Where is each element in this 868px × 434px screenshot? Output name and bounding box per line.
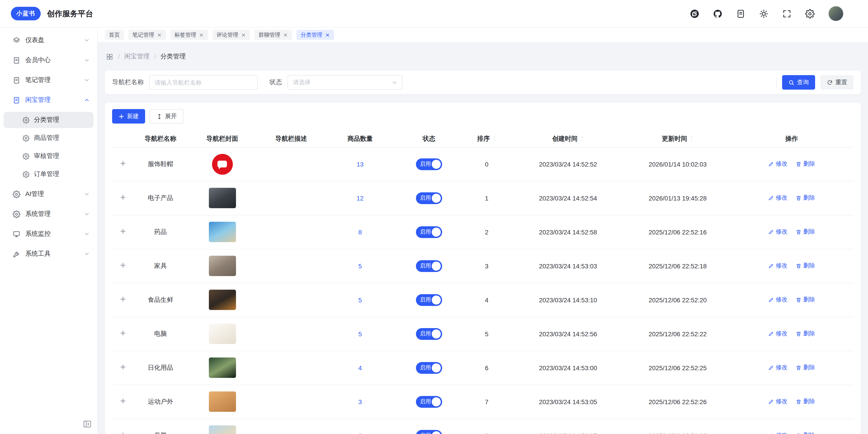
tab-tag[interactable]: 标签管理	[170, 30, 208, 40]
sidebar-collapse-icon[interactable]	[83, 419, 92, 429]
sort-caret-up-icon[interactable]	[580, 136, 584, 139]
edit-button[interactable]: 修改	[768, 398, 787, 406]
product-count-link[interactable]: 5	[358, 262, 362, 269]
sort-caret-up-icon[interactable]	[492, 136, 496, 139]
sidebar-item-xianbao-management[interactable]: 闲宝管理	[0, 90, 97, 110]
edit-button[interactable]: 修改	[768, 296, 787, 304]
cell-name: 药品	[134, 215, 187, 249]
status-toggle[interactable]: 启用	[416, 362, 442, 374]
status-toggle[interactable]: 启用	[416, 396, 442, 407]
expand-row-icon[interactable]	[120, 330, 126, 336]
sort-control[interactable]	[580, 136, 584, 142]
close-icon[interactable]	[325, 32, 330, 37]
expand-row-icon[interactable]	[120, 432, 126, 434]
edit-button[interactable]: 修改	[768, 432, 787, 434]
sort-caret-down-icon[interactable]	[580, 139, 584, 142]
sidebar-item-system-management[interactable]: 系统管理	[0, 204, 97, 224]
sort-caret-down-icon[interactable]	[492, 139, 496, 142]
edit-button[interactable]: 修改	[768, 194, 787, 202]
close-icon[interactable]	[241, 32, 246, 37]
delete-button[interactable]: 删除	[796, 330, 815, 338]
sort-control[interactable]	[689, 136, 693, 142]
sidebar-item-product-management[interactable]: 商品管理	[4, 130, 94, 146]
expand-row-icon[interactable]	[120, 398, 126, 404]
sidebar-item-member-center[interactable]: 会员中心	[0, 50, 97, 70]
product-count-link[interactable]: 12	[356, 194, 364, 202]
status-toggle[interactable]: 启用	[416, 328, 442, 340]
expand-all-button[interactable]: 展开	[150, 109, 184, 123]
product-count-link[interactable]: 4	[358, 364, 362, 371]
delete-button[interactable]: 删除	[796, 262, 815, 270]
status-toggle[interactable]: 启用	[416, 192, 442, 204]
edit-button[interactable]: 修改	[768, 160, 787, 168]
sidebar-item-dashboard[interactable]: 仪表盘	[0, 30, 97, 50]
status-toggle[interactable]: 启用	[416, 260, 442, 272]
sidebar-item-note-management[interactable]: 笔记管理	[0, 70, 97, 90]
product-count-link[interactable]: 8	[358, 228, 362, 236]
expand-row-icon[interactable]	[120, 228, 126, 234]
delete-button[interactable]: 删除	[796, 228, 815, 236]
product-count-link[interactable]: 3	[358, 398, 362, 405]
status-toggle[interactable]: 启用	[416, 226, 442, 238]
edit-button[interactable]: 修改	[768, 228, 787, 236]
delete-button[interactable]: 删除	[796, 194, 815, 202]
grid-icon[interactable]	[106, 53, 114, 60]
tab-note[interactable]: 笔记管理	[128, 30, 166, 40]
avatar[interactable]	[828, 6, 844, 21]
close-icon[interactable]	[199, 32, 204, 37]
sort-caret-up-icon[interactable]	[689, 136, 693, 139]
tab-comment[interactable]: 评论管理	[213, 30, 250, 40]
edit-button[interactable]: 修改	[768, 330, 787, 338]
cell-name: 电脑	[134, 317, 187, 351]
breadcrumb-parent[interactable]: 闲宝管理	[124, 53, 150, 61]
sidebar-item-ai-management[interactable]: AI管理	[0, 184, 97, 204]
expand-row-icon[interactable]	[120, 194, 126, 201]
sort-control[interactable]	[492, 136, 496, 142]
product-count-link[interactable]: 5	[358, 296, 362, 303]
document-icon[interactable]	[736, 9, 745, 18]
delete-button[interactable]: 删除	[796, 364, 815, 372]
tab-group-chat[interactable]: 群聊管理	[254, 30, 292, 40]
filter-status-select[interactable]: 请选择	[287, 75, 402, 90]
gitee-icon[interactable]	[690, 9, 700, 18]
expand-row-icon[interactable]	[120, 262, 126, 268]
github-icon[interactable]	[713, 9, 722, 18]
tab-category[interactable]: 分类管理	[297, 30, 334, 40]
sidebar-item-order-management[interactable]: 订单管理	[4, 166, 94, 182]
theme-icon[interactable]	[759, 9, 769, 18]
row-sort-value: 1	[485, 194, 489, 202]
reset-button[interactable]: 重置	[820, 75, 854, 90]
expand-row-icon[interactable]	[120, 296, 126, 302]
fullscreen-icon[interactable]	[782, 9, 792, 18]
tab-home[interactable]: 首页	[105, 30, 124, 40]
sidebar-item-category-management[interactable]: 分类管理	[4, 112, 94, 128]
create-button[interactable]: 新建	[112, 109, 145, 123]
sidebar-item-audit-management[interactable]: 审核管理	[4, 148, 94, 164]
status-toggle[interactable]: 启用	[416, 430, 442, 434]
sidebar-item-system-monitor[interactable]: 系统监控	[0, 224, 97, 244]
product-count-link[interactable]: 5	[358, 432, 362, 434]
delete-button[interactable]: 删除	[796, 160, 815, 168]
close-icon[interactable]	[157, 32, 162, 37]
settings-icon[interactable]	[805, 9, 815, 18]
delete-button[interactable]: 删除	[796, 296, 815, 304]
status-toggle[interactable]: 启用	[416, 158, 442, 170]
sort-caret-down-icon[interactable]	[689, 139, 693, 142]
status-toggle[interactable]: 启用	[416, 294, 442, 306]
edit-button[interactable]: 修改	[768, 364, 787, 372]
delete-button[interactable]: 删除	[796, 432, 815, 434]
product-count-link[interactable]: 5	[358, 330, 362, 337]
column-header-label: 商品数量	[347, 135, 373, 143]
expand-row-icon[interactable]	[120, 160, 126, 167]
edit-button[interactable]: 修改	[768, 262, 787, 270]
filter-name-input[interactable]	[149, 75, 258, 90]
sidebar-item-system-tools[interactable]: 系统工具	[0, 244, 97, 264]
close-icon[interactable]	[283, 32, 288, 37]
delete-button[interactable]: 删除	[796, 398, 815, 406]
product-count-link[interactable]: 13	[356, 161, 364, 168]
expand-row-icon[interactable]	[120, 364, 126, 370]
search-button[interactable]: 查询	[782, 75, 815, 90]
app-logo[interactable]: 小蓝书	[11, 7, 41, 20]
sidebar-item-label: 闲宝管理	[25, 96, 79, 104]
row-created-time: 2023/03/24 14:52:56	[539, 330, 597, 337]
